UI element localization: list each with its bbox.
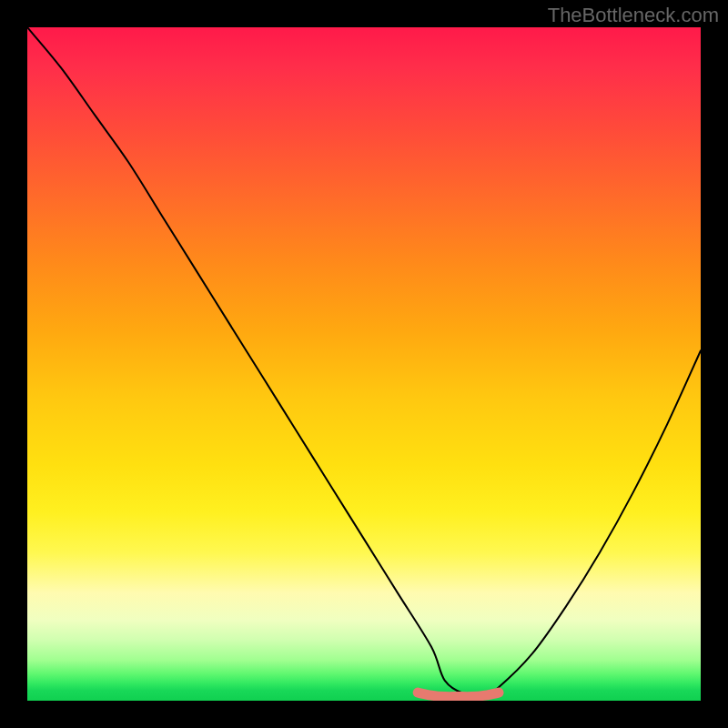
optimal-range-marker: [418, 693, 499, 697]
bottleneck-curve: [27, 27, 701, 695]
plot-area: [27, 27, 701, 701]
watermark-label: TheBottleneck.com: [548, 4, 719, 27]
chart-container: TheBottleneck.com: [0, 0, 728, 728]
chart-svg: [27, 27, 701, 701]
